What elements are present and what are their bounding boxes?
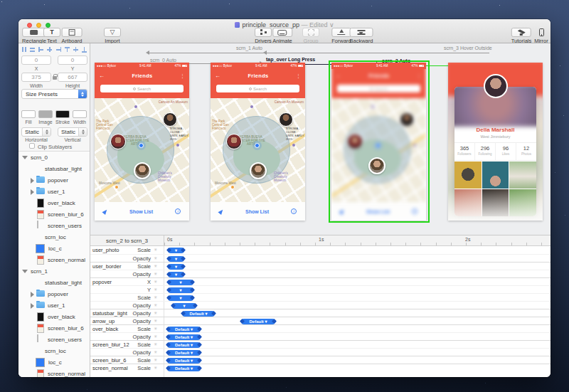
- back-icon[interactable]: ←: [215, 73, 220, 79]
- stat-photos[interactable]: 12Photos: [516, 143, 536, 160]
- forward-button[interactable]: Forward: [331, 28, 351, 44]
- animation-bar[interactable]: Default ▾: [167, 342, 201, 348]
- animation-bar[interactable]: Default ▾: [182, 311, 215, 317]
- x-field[interactable]: 0: [21, 55, 51, 65]
- disclosure-triangle-icon[interactable]: [31, 303, 34, 309]
- disclosure-triangle-icon[interactable]: [31, 178, 34, 184]
- layer-row[interactable]: screen_blur_6: [18, 322, 90, 334]
- disclosure-triangle-icon[interactable]: [22, 270, 28, 273]
- info-icon[interactable]: i: [291, 208, 297, 214]
- tutorials-button[interactable]: Tutorials: [511, 28, 531, 44]
- layer-row[interactable]: popover: [18, 288, 90, 300]
- animation-bar[interactable]: Default ▾: [167, 327, 201, 332]
- transition-label-scrn3[interactable]: scrn_3 Hover Outside: [444, 46, 492, 51]
- animation-bar[interactable]: Default ▾: [167, 358, 201, 364]
- layer-row[interactable]: scrn_loc: [18, 231, 90, 243]
- animation-bar[interactable]: ▾: [172, 303, 196, 309]
- stroke-width-field[interactable]: [73, 110, 87, 118]
- size-presets-select[interactable]: Size Presets: [21, 89, 87, 99]
- vertical-resize-select[interactable]: Static: [58, 127, 87, 137]
- align-right-icon[interactable]: [55, 46, 62, 53]
- animation-bar[interactable]: Default ▾: [167, 350, 201, 356]
- horizontal-resize-select[interactable]: Static: [21, 127, 51, 137]
- artboard-tool-button[interactable]: Artboard: [62, 28, 83, 44]
- lock-icon[interactable]: [53, 76, 57, 80]
- info-icon[interactable]: i: [175, 208, 181, 214]
- layer-row[interactable]: user_1: [18, 186, 90, 197]
- animation-bar[interactable]: ▾: [168, 256, 184, 262]
- show-list-button[interactable]: Show List: [129, 209, 153, 214]
- import-button[interactable]: ▽ Import: [104, 28, 121, 44]
- animation-bar[interactable]: Default ▾: [167, 366, 201, 371]
- backward-button[interactable]: Backward: [350, 28, 373, 44]
- align-bottom-icon[interactable]: [81, 46, 87, 53]
- clip-sublayers-checkbox[interactable]: [29, 143, 35, 149]
- animation-bar[interactable]: ▾: [168, 248, 184, 253]
- friend-avatar[interactable]: [163, 112, 177, 127]
- animation-bar[interactable]: Default ▾: [167, 334, 201, 340]
- distribute-horizontal-icon[interactable]: [21, 46, 27, 53]
- distribute-vertical-icon[interactable]: [29, 46, 36, 53]
- layer-row[interactable]: screen_blur_6: [18, 208, 90, 220]
- image-swatch[interactable]: [38, 110, 53, 118]
- group-button[interactable]: Group: [302, 28, 319, 44]
- layer-row[interactable]: screen_users: [18, 220, 90, 231]
- friend-avatar[interactable]: [110, 134, 126, 149]
- transition-label-scrn1[interactable]: scrn_1 Auto: [236, 46, 262, 51]
- animate-button[interactable]: Animate: [272, 28, 292, 44]
- align-top-icon[interactable]: [64, 46, 70, 53]
- layer-row[interactable]: over_black: [18, 311, 90, 322]
- layer-group-scrn_1[interactable]: scrn_1: [18, 265, 90, 277]
- width-field[interactable]: 375: [21, 73, 51, 82]
- friend-avatar[interactable]: [250, 162, 267, 179]
- layer-row[interactable]: scrn_loc: [18, 345, 90, 356]
- align-left-icon[interactable]: [38, 46, 44, 53]
- menu-icon[interactable]: ⋮: [296, 73, 301, 79]
- layer-row[interactable]: user_1: [18, 300, 90, 311]
- layer-row[interactable]: popover: [18, 174, 90, 186]
- layer-row[interactable]: loc_c: [18, 356, 90, 368]
- height-field[interactable]: 667: [58, 73, 87, 82]
- transition-label-tapover[interactable]: tap_over Long Press: [266, 57, 315, 62]
- locate-icon[interactable]: [218, 208, 224, 214]
- layer-group-scrn_0[interactable]: scrn_0: [18, 152, 90, 163]
- animation-bar[interactable]: ▾: [168, 272, 184, 277]
- photo-thumbnail[interactable]: [482, 161, 509, 189]
- layer-row[interactable]: screen_normal: [18, 368, 90, 377]
- animation-bar[interactable]: ▾: [168, 264, 184, 270]
- mirror-button[interactable]: Mirror: [533, 28, 550, 44]
- menu-icon[interactable]: ⋮: [180, 73, 185, 79]
- friend-avatar[interactable]: [134, 162, 151, 179]
- search-input[interactable]: Search: [100, 85, 184, 92]
- photo-thumbnail[interactable]: [509, 161, 536, 189]
- locate-icon[interactable]: [102, 208, 108, 214]
- animation-bar[interactable]: ▾: [168, 280, 193, 285]
- artboard-scrn_0[interactable]: ●●●○○ Bykov 9:41 AM 47% ← Friends ⋮ Sear…: [95, 63, 189, 221]
- canvas[interactable]: scrn_1 Auto scrn_3 Hover Outside scrn_0 …: [90, 43, 551, 235]
- layer-row[interactable]: over_black: [18, 197, 90, 208]
- layer-row[interactable]: statusbar_light: [18, 163, 90, 174]
- disclosure-triangle-icon[interactable]: [22, 156, 28, 159]
- fill-swatch[interactable]: [21, 110, 36, 118]
- animation-bar[interactable]: ▾: [168, 287, 193, 293]
- friend-avatar[interactable]: [226, 134, 242, 149]
- drivers-button[interactable]: Drivers: [255, 28, 272, 44]
- keyframe-watch-icon[interactable]: ✳: [154, 246, 157, 254]
- stroke-swatch[interactable]: [55, 110, 70, 118]
- align-center-h-icon[interactable]: [46, 46, 53, 53]
- stat-followers[interactable]: 365Followers: [454, 143, 475, 160]
- stat-likes[interactable]: 96Likes: [496, 143, 516, 160]
- layer-row[interactable]: loc_c: [18, 243, 90, 254]
- artboard-scrn_3[interactable]: Della Marshall West Jimmiebury 365Follow…: [448, 63, 543, 221]
- artboard-scrn_1[interactable]: ●●●○○ Bykov 9:41 AM 47% ← Friends ⋮ Sear…: [211, 63, 305, 221]
- layer-row[interactable]: statusbar_light: [18, 277, 90, 288]
- time-ruler[interactable]: 0s 1s 2s: [164, 235, 551, 245]
- animation-bar[interactable]: Default ▾: [241, 319, 275, 324]
- transition-label-scrn0[interactable]: scrn_0 Auto: [150, 58, 176, 63]
- rectangle-tool-button[interactable]: Rectangle: [22, 28, 46, 44]
- disclosure-triangle-icon[interactable]: [31, 292, 34, 297]
- disclosure-triangle-icon[interactable]: [31, 189, 34, 195]
- stat-following[interactable]: 296Following: [475, 143, 496, 160]
- search-input[interactable]: Search: [216, 85, 299, 92]
- layer-row[interactable]: screen_users: [18, 334, 90, 345]
